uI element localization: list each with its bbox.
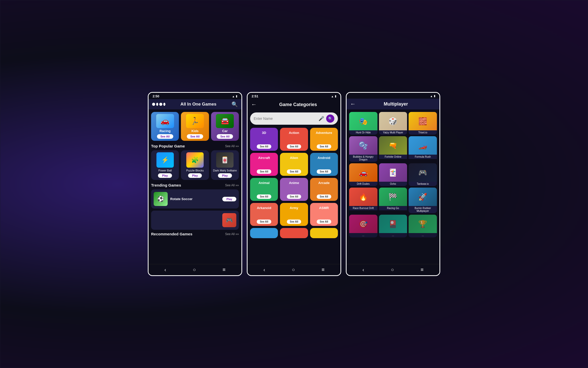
cat-tile-anime-btn[interactable]: See All <box>287 194 301 199</box>
menu-btn-1[interactable]: ≡ <box>223 267 226 273</box>
car-see-all-btn[interactable]: See All <box>217 134 233 139</box>
search-bar: 🎤 🔍 <box>250 112 338 125</box>
mp-card-fortnite[interactable]: 🔫 Fortnite Online <box>379 136 407 162</box>
mic-icon[interactable]: 🎤 <box>318 116 324 121</box>
mp-card-tankwar[interactable]: 🎮 Tankwar.io <box>409 163 437 186</box>
cat-tile-aircraft-btn[interactable]: See All <box>257 169 271 174</box>
back-arrow-3[interactable]: ← <box>350 101 356 107</box>
battery-icon-3: ▮ <box>434 94 435 98</box>
tankwar-img: 🎮 <box>409 163 437 182</box>
mp-card-bubbles[interactable]: 🫧 Bubbles & Hungry Dragon <box>349 136 377 162</box>
darkm-play-btn[interactable]: Play <box>218 173 232 178</box>
game-card-darkm[interactable]: 🀄 Dark Mahj Solitaire Play <box>211 150 239 180</box>
mp-card-extra2[interactable]: 🎴 ... <box>379 215 407 237</box>
mp-card-drift[interactable]: 🚗 Drift Dudes <box>349 163 377 186</box>
cat-tile-action-btn[interactable]: See All <box>287 144 301 149</box>
menu-btn-2[interactable]: ≡ <box>322 267 325 273</box>
home-btn-2[interactable]: ○ <box>292 267 295 273</box>
top-popular-see-all[interactable]: See All »» <box>225 144 239 148</box>
home-btn-3[interactable]: ○ <box>391 267 394 273</box>
game-card-powerball[interactable]: ⚡ Power Ball Play <box>151 150 179 180</box>
wifi-icon-2: ▲ <box>331 95 334 98</box>
cat-tile-arkanoid[interactable]: Arkanoid See All <box>250 203 278 226</box>
logo-dot-4 <box>163 103 165 106</box>
cat-tile-alien-btn[interactable]: See All <box>287 169 301 174</box>
back-btn-3[interactable]: ‹ <box>362 267 364 273</box>
darkm-label: Dark Mahj Solitaire <box>213 169 237 172</box>
time-1: 2:50 <box>153 94 159 98</box>
cat-tile-army-btn[interactable]: See All <box>287 220 301 224</box>
yatzy-label: Yatzy Multi Player <box>379 130 407 135</box>
search-input[interactable] <box>254 117 316 121</box>
phone3-content: 🎭 Hunt Or Hide 🎲 Yatzy Multi Player 🧱 Tr… <box>347 109 439 264</box>
racing-img: 🚗 <box>156 114 174 128</box>
cat-tile-android-btn[interactable]: See All <box>317 169 331 174</box>
cat-tile-anime-label: Anime <box>289 181 299 185</box>
cat-card-car[interactable]: 🚘 Car See All <box>211 112 239 141</box>
search-icon[interactable]: 🔍 <box>231 101 238 107</box>
mp-card-extra1[interactable]: 🎯 ... <box>349 215 377 237</box>
cat-tile-android[interactable]: Android See All <box>310 153 338 176</box>
powerball-img: ⚡ <box>156 152 174 168</box>
cat-tile-arkanoid-btn[interactable]: See All <box>257 220 271 224</box>
cat-tile-arcade[interactable]: Arcade See All <box>310 178 338 201</box>
cat-card-racing[interactable]: 🚗 Racing See All <box>151 112 179 141</box>
triset-img: 🧱 <box>409 112 437 130</box>
racing-see-all-btn[interactable]: See All <box>157 134 173 139</box>
logo-dot-3 <box>159 103 162 106</box>
bottom-nav-3: ‹ ○ ≡ <box>347 264 439 275</box>
mp-card-extra3[interactable]: 🏆 ... <box>409 215 437 237</box>
mp-card-racing-go[interactable]: 🏁 Racing Go <box>379 188 407 213</box>
trending-see-all[interactable]: See All »» <box>225 183 239 187</box>
cat-tile-arcade-btn[interactable]: See All <box>317 194 331 199</box>
mp-card-triset[interactable]: 🧱 Triset.io <box>409 112 437 135</box>
bubbles-label: Bubbles & Hungry Dragon <box>349 155 377 162</box>
cat-tile-adventure[interactable]: Adventure See All <box>310 128 338 151</box>
trending-header: Trending Games See All »» <box>151 183 239 187</box>
extra2-img: 🎴 <box>379 215 407 233</box>
cat-tile-asmr[interactable]: ASMR See All <box>310 203 338 226</box>
race-burnout-label: Race Burnout Drift <box>349 206 377 210</box>
cat-tile-action[interactable]: Action See All <box>280 128 308 151</box>
racing-go-label: Racing Go <box>379 206 407 210</box>
mp-card-formula[interactable]: 🏎️ Formula Rush <box>409 136 437 162</box>
home-btn-1[interactable]: ○ <box>193 267 196 273</box>
kids-see-all-btn[interactable]: See All <box>187 134 203 139</box>
mp-card-race-burnout[interactable]: 🔥 Race Burnout Drift <box>349 188 377 213</box>
mp-card-yatzy[interactable]: 🎲 Yatzy Multi Player <box>379 112 407 135</box>
bubbles-img: 🫧 <box>349 136 377 155</box>
cat-tile-3d[interactable]: 3D See All <box>250 128 278 151</box>
cat-tile-adventure-btn[interactable]: See All <box>317 144 331 149</box>
time-2: 2:51 <box>252 94 258 98</box>
battery-icon-2: ▮ <box>335 95 336 98</box>
powerball-play-btn[interactable]: Play <box>158 173 172 178</box>
puzzle-play-btn[interactable]: Play <box>188 173 202 178</box>
cat-tile-animal-btn[interactable]: See All <box>257 194 271 199</box>
mp-card-burnin[interactable]: 🚀 Burnin Rubber Multiplayer <box>409 188 437 213</box>
cat-tile-asmr-btn[interactable]: See All <box>317 220 331 224</box>
extra1-label: ... <box>349 233 377 237</box>
recommended-see-all[interactable]: See All »» <box>225 232 239 236</box>
cat-tile-aircraft[interactable]: Aircraft See All <box>250 153 278 176</box>
mp-card-ocho[interactable]: 🃏 Ocho <box>379 163 407 186</box>
back-arrow-2[interactable]: ← <box>251 101 257 108</box>
phone3-title: Multiplayer <box>356 101 436 107</box>
cat-tile-army[interactable]: Army See All <box>280 203 308 226</box>
mp-card-hunt[interactable]: 🎭 Hunt Or Hide <box>349 112 377 135</box>
cat-tile-aircraft-label: Aircraft <box>258 156 270 160</box>
cat-tile-animal[interactable]: Animal See All <box>250 178 278 201</box>
trending-item-soccer[interactable]: ⚽ Rotate Soccer Play <box>151 189 239 209</box>
game-card-puzzle[interactable]: 🧩 Puzzle Blocks Play <box>181 150 209 180</box>
menu-btn-3[interactable]: ≡ <box>421 267 424 273</box>
trending-item-extra[interactable]: 🎮 <box>151 211 239 230</box>
cat-tile-anime[interactable]: Anime See All <box>280 178 308 201</box>
phone-1: 2:50 ▲ ▮ All In One Games 🔍 🚗 Rac <box>148 92 242 276</box>
cat-tile-alien[interactable]: Alien See All <box>280 153 308 176</box>
cat-tile-3d-btn[interactable]: See All <box>257 144 271 149</box>
back-btn-1[interactable]: ‹ <box>164 267 166 273</box>
soccer-play-btn[interactable]: Play <box>222 197 236 201</box>
search-button[interactable]: 🔍 <box>326 114 334 123</box>
cat-card-kids[interactable]: 🏃 Kids See All <box>181 112 209 141</box>
phones-container: 2:50 ▲ ▮ All In One Games 🔍 🚗 Rac <box>143 87 445 281</box>
back-btn-2[interactable]: ‹ <box>263 267 265 273</box>
